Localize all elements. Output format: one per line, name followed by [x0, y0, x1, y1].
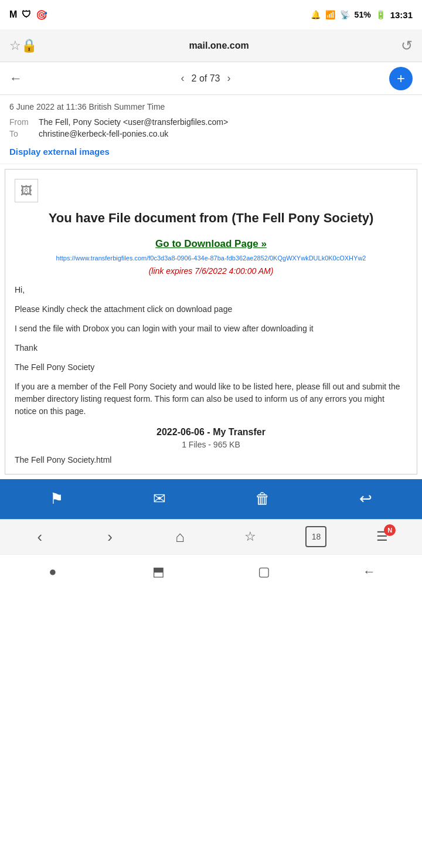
- menu-button[interactable]: ☰ N: [367, 522, 397, 551]
- browser-bar: ☆ 🔒 mail.one.com ↺: [0, 29, 422, 62]
- body-para2: I send the file with Drobox you can logi…: [15, 323, 407, 335]
- from-label: From: [9, 117, 39, 127]
- lock-icon: 🔒: [21, 38, 37, 53]
- compose-button[interactable]: +: [389, 67, 413, 90]
- battery-icon: 🔋: [376, 10, 386, 19]
- sender-name: The Fell Pony Society: [15, 361, 407, 374]
- bottom-action-bar: ⚑ ✉ 🗑 ↩: [0, 479, 422, 519]
- link-expiry-text: (link expires 7/6/2022 4:00:00 AM): [15, 266, 407, 276]
- status-right-icons: 🔔 📶 📡 51% 🔋 13:31: [311, 10, 413, 20]
- body-para1: Please Kindly check the attachment click…: [15, 303, 407, 316]
- notification-badge: N: [384, 524, 396, 536]
- system-back-button[interactable]: ←: [355, 557, 384, 586]
- system-recent-button[interactable]: ⬒: [144, 557, 173, 586]
- from-row: From The Fell, Pony Society <user@transf…: [9, 117, 413, 127]
- url-display[interactable]: mail.one.com: [37, 40, 401, 51]
- flag-button[interactable]: ⚑: [42, 484, 71, 514]
- wifi-icon: 📶: [325, 10, 335, 19]
- email-image-placeholder: 🖼: [15, 179, 38, 202]
- email-nav-bar: ← ‹ 2 of 73 › +: [0, 62, 422, 95]
- email-body-container: 🖼 You have File document from (The Fell …: [5, 169, 417, 474]
- greeting-text: Hi,: [15, 284, 407, 296]
- system-home-button[interactable]: ▢: [249, 557, 278, 586]
- to-label: To: [9, 129, 39, 138]
- download-url-text[interactable]: https://www.transferbigfiles.com/f0c3d3a…: [15, 255, 407, 262]
- app-icon-m: M: [9, 9, 17, 20]
- home-button[interactable]: ⌂: [165, 522, 195, 551]
- delete-button[interactable]: 🗑: [248, 484, 277, 514]
- back-button[interactable]: ←: [9, 71, 22, 86]
- prev-email-button[interactable]: ‹: [181, 72, 185, 84]
- email-date: 6 June 2022 at 11:36 British Summer Time: [9, 102, 413, 111]
- transfer-sub: 1 Files - 965 KB: [15, 440, 407, 449]
- tabs-button[interactable]: 18: [305, 526, 326, 547]
- alert-icon: 🔔: [311, 10, 321, 19]
- pagination-text: 2 of 73: [192, 73, 220, 84]
- signal-icon: 📡: [340, 10, 350, 19]
- to-value: christine@kerbeck-fell-ponies.co.uk: [39, 129, 168, 138]
- favorite-icon[interactable]: ☆: [9, 38, 21, 53]
- status-left-icons: M 🛡 🎯: [9, 9, 47, 21]
- file-name: The Fell Pony Society.html: [15, 455, 407, 464]
- browser-forward-button[interactable]: ›: [95, 522, 124, 551]
- status-bar: M 🛡 🎯 🔔 📶 📡 51% 🔋 13:31: [0, 0, 422, 29]
- thanks-text: Thank: [15, 342, 407, 354]
- time-text: 13:31: [390, 10, 413, 20]
- mail-button[interactable]: ✉: [145, 484, 174, 514]
- email-header: 6 June 2022 at 11:36 British Summer Time…: [0, 95, 422, 164]
- system-dot-button[interactable]: ●: [38, 557, 67, 586]
- browser-nav-bar: ‹ › ⌂ ☆ 18 ☰ N: [0, 519, 422, 554]
- bookmarks-button[interactable]: ☆: [236, 522, 265, 551]
- to-row: To christine@kerbeck-fell-ponies.co.uk: [9, 129, 413, 138]
- tabs-count: 18: [312, 532, 321, 541]
- app-icon-target: 🎯: [36, 9, 47, 21]
- refresh-icon[interactable]: ↺: [401, 38, 413, 54]
- browser-back-button[interactable]: ‹: [25, 522, 55, 551]
- member-text: If you are a member of the Fell Pony Soc…: [15, 381, 407, 418]
- app-icon-shield: 🛡: [22, 9, 31, 20]
- system-nav: ● ⬒ ▢ ←: [0, 554, 422, 589]
- from-value: The Fell, Pony Society <user@transferbig…: [39, 117, 228, 127]
- email-body-title: You have File document from (The Fell Po…: [15, 209, 407, 228]
- battery-text: 51%: [355, 10, 371, 19]
- next-email-button[interactable]: ›: [227, 72, 230, 84]
- display-images-link[interactable]: Display external images: [9, 147, 110, 157]
- reply-button[interactable]: ↩: [351, 484, 380, 514]
- pagination-area: ‹ 2 of 73 ›: [181, 72, 231, 84]
- transfer-title: 2022-06-06 - My Transfer: [15, 427, 407, 438]
- download-page-link[interactable]: Go to Download Page »: [15, 238, 407, 250]
